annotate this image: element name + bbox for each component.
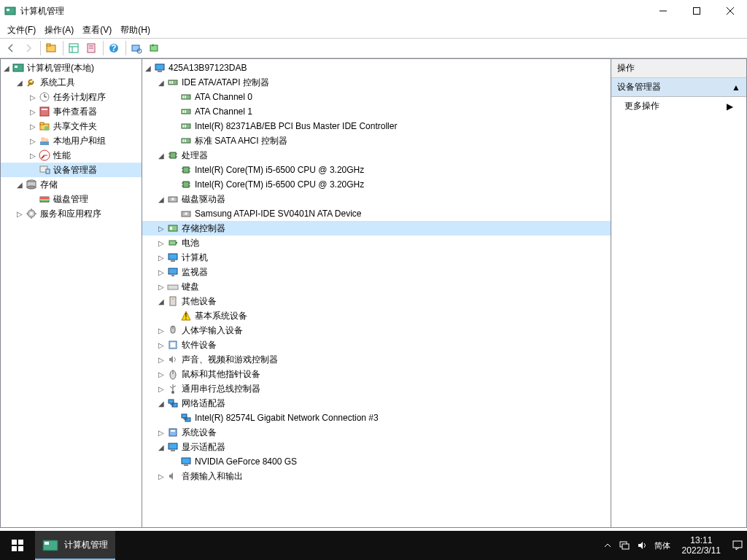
actions-category[interactable]: 设备管理器 ▲ xyxy=(611,78,746,97)
menu-help[interactable]: 帮助(H) xyxy=(116,23,155,38)
tree-item[interactable]: ◢处理器 xyxy=(142,148,611,163)
tree-item[interactable]: ▷Samsung ATAPI-IDE SV0401N ATA Device xyxy=(142,206,611,221)
tree-item[interactable]: ▷磁盘管理 xyxy=(1,192,142,206)
minimize-button[interactable] xyxy=(646,0,680,22)
properties-button[interactable] xyxy=(83,40,99,56)
tree-item[interactable]: ▷设备管理器 xyxy=(1,163,142,177)
tree-item-label: 软件设备 xyxy=(182,339,217,351)
tree-item[interactable]: ▷电池 xyxy=(142,236,611,250)
taskbar-task[interactable]: 计算机管理 xyxy=(35,531,115,560)
tree-twisty[interactable]: ◢ xyxy=(155,152,167,160)
tree-item[interactable]: ▷通用串行总线控制器 xyxy=(142,381,611,396)
tree-twisty[interactable]: ▷ xyxy=(155,356,167,364)
tree-item[interactable]: ▷服务和应用程序 xyxy=(1,206,142,221)
show-hide-button[interactable] xyxy=(66,40,82,56)
tree-twisty[interactable]: ▷ xyxy=(27,122,39,131)
tree-twisty[interactable]: ▷ xyxy=(155,254,167,262)
tray-network-icon[interactable] xyxy=(619,540,630,551)
taskbar-clock[interactable]: 13:11 2022/3/11 xyxy=(678,535,725,556)
tree-twisty[interactable]: ◢ xyxy=(155,400,167,408)
tree-item[interactable]: ◢计算机管理(本地) xyxy=(1,61,142,75)
tree-twisty[interactable]: ◢ xyxy=(14,181,26,189)
menu-view[interactable]: 查看(V) xyxy=(78,23,116,38)
tree-twisty[interactable]: ▷ xyxy=(155,283,167,291)
tree-item[interactable]: ◢系统工具 xyxy=(1,75,142,90)
tree-item[interactable]: ▷计算机 xyxy=(142,250,611,265)
tree-twisty[interactable]: ▷ xyxy=(27,152,39,160)
tree-twisty[interactable]: ▷ xyxy=(14,210,26,218)
tray-ime[interactable]: 简体 xyxy=(654,540,670,551)
computer-icon xyxy=(167,252,179,263)
tree-twisty[interactable]: ◢ xyxy=(142,64,154,72)
svg-rect-3 xyxy=(694,8,700,15)
up-button[interactable] xyxy=(43,40,59,56)
back-button[interactable] xyxy=(3,40,19,56)
tray-chevron-icon[interactable] xyxy=(603,541,612,550)
tree-item[interactable]: ▷Intel(R) Core(TM) i5-6500 CPU @ 3.20GHz xyxy=(142,163,611,177)
tree-item[interactable]: ▷Intel(R) 82371AB/EB PCI Bus Master IDE … xyxy=(142,119,611,133)
close-button[interactable] xyxy=(713,0,747,22)
tree-item[interactable]: ◢网络适配器 xyxy=(142,396,611,411)
scan-button[interactable] xyxy=(128,40,144,56)
tree-item[interactable]: ▷键盘 xyxy=(142,279,611,294)
menu-action[interactable]: 操作(A) xyxy=(40,23,78,38)
tree-item[interactable]: ▷鼠标和其他指针设备 xyxy=(142,367,611,381)
tree-item[interactable]: ▷!基本系统设备 xyxy=(142,308,611,323)
tree-item[interactable]: ◢其他设备 xyxy=(142,294,611,308)
tree-item[interactable]: ◢存储 xyxy=(1,177,142,192)
tree-item[interactable]: ▷人体学输入设备 xyxy=(142,323,611,338)
tree-item[interactable]: ▷ATA Channel 1 xyxy=(142,104,611,119)
tree-twisty[interactable]: ◢ xyxy=(155,443,167,451)
tree-item[interactable]: ▷软件设备 xyxy=(142,338,611,352)
tree-twisty[interactable]: ▷ xyxy=(155,239,167,247)
tree-twisty[interactable]: ◢ xyxy=(155,195,167,203)
tree-twisty[interactable]: ▷ xyxy=(155,370,167,378)
tree-item[interactable]: ▷Intel(R) Core(TM) i5-6500 CPU @ 3.20GHz xyxy=(142,177,611,192)
tree-twisty[interactable]: ▷ xyxy=(27,93,39,101)
start-button[interactable] xyxy=(0,531,35,560)
tree-twisty[interactable]: ▷ xyxy=(155,327,167,335)
tree-twisty[interactable]: ◢ xyxy=(14,79,26,87)
tree-twisty[interactable]: ◢ xyxy=(155,298,167,306)
tree-twisty[interactable]: ▷ xyxy=(27,108,39,116)
tree-item[interactable]: ▷ATA Channel 0 xyxy=(142,90,611,104)
maximize-button[interactable] xyxy=(680,0,713,22)
tree-item[interactable]: ▷共享文件夹 xyxy=(1,119,142,133)
tree-twisty[interactable]: ▷ xyxy=(155,268,167,276)
tree-item[interactable]: ▷NVIDIA GeForce 8400 GS xyxy=(142,454,611,469)
tree-item[interactable]: ▷声音、视频和游戏控制器 xyxy=(142,352,611,367)
tree-item[interactable]: ◢显示适配器 xyxy=(142,440,611,454)
menu-file[interactable]: 文件(F) xyxy=(3,23,40,38)
tree-item[interactable]: ▷标准 SATA AHCI 控制器 xyxy=(142,133,611,148)
tree-twisty[interactable]: ▷ xyxy=(155,429,167,437)
tree-item[interactable]: ▷系统设备 xyxy=(142,425,611,440)
tree-item[interactable]: ▷音频输入和输出 xyxy=(142,469,611,483)
tree-twisty[interactable]: ◢ xyxy=(1,64,12,72)
device-tree-pane[interactable]: ◢425A13B97123DAB◢IDE ATA/ATAPI 控制器▷ATA C… xyxy=(142,58,611,528)
forward-button[interactable] xyxy=(20,40,36,56)
tree-item[interactable]: ▷存储控制器 xyxy=(142,221,611,236)
more-actions[interactable]: 更多操作 ▶ xyxy=(611,97,746,115)
notifications-icon[interactable] xyxy=(732,540,743,551)
help-button[interactable]: ? xyxy=(106,40,122,56)
tree-twisty[interactable]: ◢ xyxy=(155,79,167,87)
tree-item[interactable]: ▷性能 xyxy=(1,148,142,163)
tree-item[interactable]: ▷Intel(R) 82574L Gigabit Network Connect… xyxy=(142,411,611,425)
tree-item[interactable]: ▷事件查看器 xyxy=(1,104,142,119)
tree-item[interactable]: ▷监视器 xyxy=(142,265,611,279)
tree-twisty[interactable]: ▷ xyxy=(155,472,167,481)
tree-item[interactable]: ▷本地用户和组 xyxy=(1,133,142,148)
svg-rect-31 xyxy=(40,141,49,145)
tray-volume-icon[interactable] xyxy=(637,540,647,551)
tree-item[interactable]: ◢IDE ATA/ATAPI 控制器 xyxy=(142,75,611,90)
tree-twisty[interactable]: ▷ xyxy=(27,137,39,145)
tree-twisty[interactable]: ▷ xyxy=(155,341,167,349)
tree-item[interactable]: ◢磁盘驱动器 xyxy=(142,192,611,206)
console-tree-pane[interactable]: ◢计算机管理(本地)◢系统工具▷任务计划程序▷事件查看器▷共享文件夹▷本地用户和… xyxy=(0,58,142,528)
svg-rect-62 xyxy=(170,152,176,158)
tree-item[interactable]: ◢425A13B97123DAB xyxy=(142,61,611,75)
tree-twisty[interactable]: ▷ xyxy=(155,225,167,233)
refresh-button[interactable] xyxy=(146,40,162,56)
tree-twisty[interactable]: ▷ xyxy=(155,385,167,393)
tree-item[interactable]: ▷任务计划程序 xyxy=(1,90,142,104)
